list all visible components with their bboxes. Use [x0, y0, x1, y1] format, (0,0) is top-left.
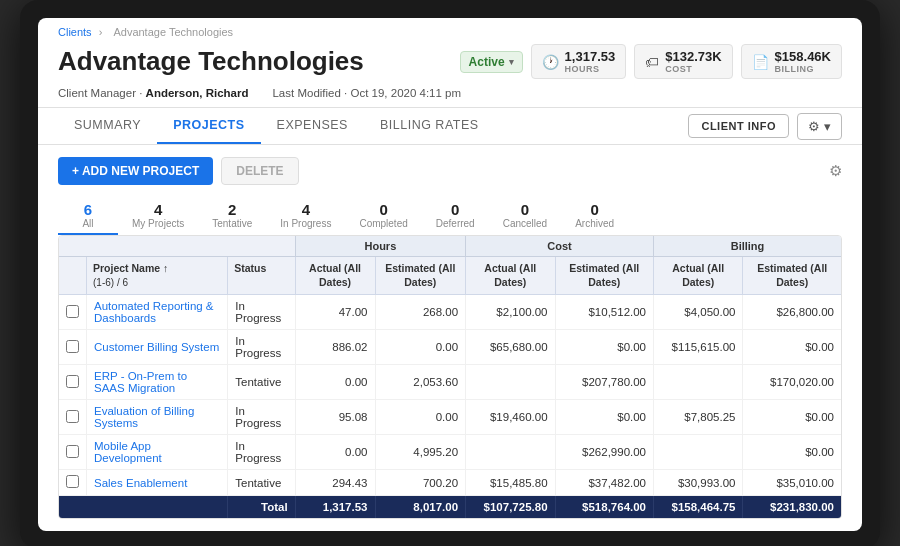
cost-est-cell: $0.00: [555, 400, 653, 435]
project-name-cell[interactable]: Mobile App Development: [87, 435, 228, 470]
delete-button[interactable]: DELETE: [221, 157, 298, 185]
page-title: Advantage Technologies: [58, 46, 444, 77]
cost-est-cell: $37,482.00: [555, 470, 653, 496]
filter-tab-completed[interactable]: 0 Completed: [345, 197, 421, 235]
stat-cost: 🏷 $132.73K COST: [634, 44, 732, 79]
table-row: Automated Reporting & Dashboards In Prog…: [59, 295, 841, 330]
chevron-down-icon: ▾: [509, 57, 514, 67]
hours-label: HOURS: [565, 64, 616, 74]
billing-est-cell: $170,020.00: [743, 365, 841, 400]
project-link[interactable]: Automated Reporting & Dashboards: [94, 300, 214, 324]
hours-actual-cell: 0.00: [295, 435, 375, 470]
th-status[interactable]: Status: [228, 257, 295, 295]
client-info-button[interactable]: CLIENT INFO: [688, 114, 789, 138]
total-hours-est: 8,017.00: [375, 496, 466, 519]
billing-est-cell: $35,010.00: [743, 470, 841, 496]
project-name-cell[interactable]: Sales Enablement: [87, 470, 228, 496]
client-manager: Client Manager · Anderson, Richard: [58, 87, 248, 99]
hours-actual-cell: 0.00: [295, 365, 375, 400]
project-link[interactable]: Evaluation of Billing Systems: [94, 405, 194, 429]
tabs-left: SUMMARY PROJECTS EXPENSES BILLING RATES: [58, 108, 688, 144]
cost-est-cell: $262,990.00: [555, 435, 653, 470]
toolbar-row: + ADD NEW PROJECT DELETE ⚙: [58, 157, 842, 185]
billing-actual-cell: [654, 365, 743, 400]
project-link[interactable]: Mobile App Development: [94, 440, 162, 464]
total-hours-actual: 1,317.53: [295, 496, 375, 519]
hours-est-cell: 0.00: [375, 330, 466, 365]
status-badge[interactable]: Active ▾: [460, 51, 523, 73]
filter-tab-in-progress[interactable]: 4 In Progress: [266, 197, 345, 235]
filter-tab-cancelled[interactable]: 0 Cancelled: [489, 197, 561, 235]
tab-billing-rates[interactable]: BILLING RATES: [364, 108, 495, 144]
th-cost-est[interactable]: Estimated (All Dates): [555, 257, 653, 295]
project-link[interactable]: Customer Billing System: [94, 341, 219, 353]
filter-tab-archived[interactable]: 0 Archived: [561, 197, 628, 235]
filter-tab-all[interactable]: 6 All: [58, 197, 118, 235]
table-row: Sales Enablement Tentative 294.43 700.20…: [59, 470, 841, 496]
row-checkbox[interactable]: [59, 295, 87, 330]
billing-est-cell: $0.00: [743, 435, 841, 470]
table-row: Evaluation of Billing Systems In Progres…: [59, 400, 841, 435]
cost-actual-cell: $19,460.00: [466, 400, 555, 435]
project-name-cell[interactable]: Customer Billing System: [87, 330, 228, 365]
table-row: ERP - On-Prem to SAAS Migration Tentativ…: [59, 365, 841, 400]
file-icon: 📄: [752, 54, 769, 70]
billing-actual-cell: $4,050.00: [654, 295, 743, 330]
project-link[interactable]: ERP - On-Prem to SAAS Migration: [94, 370, 187, 394]
cost-label: COST: [665, 64, 721, 74]
stat-billing: 📄 $158.46K BILLING: [741, 44, 842, 79]
th-billing-est[interactable]: Estimated (All Dates): [743, 257, 841, 295]
tabs-right: CLIENT INFO ⚙ ▾: [688, 113, 842, 140]
hours-actual-cell: 47.00: [295, 295, 375, 330]
cost-value: $132.73K: [665, 49, 721, 64]
tabs-row: SUMMARY PROJECTS EXPENSES BILLING RATES …: [38, 108, 862, 145]
breadcrumb-current: Advantage Technologies: [113, 26, 233, 38]
project-name-cell[interactable]: ERP - On-Prem to SAAS Migration: [87, 365, 228, 400]
filter-tab-my-projects[interactable]: 4 My Projects: [118, 197, 198, 235]
row-checkbox[interactable]: [59, 330, 87, 365]
row-checkbox[interactable]: [59, 435, 87, 470]
row-checkbox[interactable]: [59, 400, 87, 435]
th-billing-actual[interactable]: Actual (All Dates): [654, 257, 743, 295]
hours-est-cell: 4,995.20: [375, 435, 466, 470]
th-hours-est[interactable]: Estimated (All Dates): [375, 257, 466, 295]
add-new-project-button[interactable]: + ADD NEW PROJECT: [58, 157, 213, 185]
cost-est-cell: $10,512.00: [555, 295, 653, 330]
filter-tab-deferred[interactable]: 0 Deferred: [422, 197, 489, 235]
billing-value: $158.46K: [775, 49, 831, 64]
table-settings-icon[interactable]: ⚙: [829, 162, 842, 180]
settings-button[interactable]: ⚙ ▾: [797, 113, 842, 140]
tab-expenses[interactable]: EXPENSES: [261, 108, 364, 144]
tab-summary[interactable]: SUMMARY: [58, 108, 157, 144]
tab-projects[interactable]: PROJECTS: [157, 108, 260, 144]
table-row: Mobile App Development In Progress 0.00 …: [59, 435, 841, 470]
project-name-cell[interactable]: Automated Reporting & Dashboards: [87, 295, 228, 330]
cost-est-cell: $207,780.00: [555, 365, 653, 400]
row-checkbox[interactable]: [59, 470, 87, 496]
col-group-cost: Cost: [466, 236, 654, 257]
status-cell: Tentative: [228, 470, 295, 496]
th-project-name[interactable]: Project Name ↑ (1-6) / 6: [87, 257, 228, 295]
cost-actual-cell: $2,100.00: [466, 295, 555, 330]
th-hours-actual[interactable]: Actual (All Dates): [295, 257, 375, 295]
status-cell: In Progress: [228, 295, 295, 330]
filter-tab-tentative[interactable]: 2 Tentative: [198, 197, 266, 235]
hours-actual-cell: 294.43: [295, 470, 375, 496]
content-area: + ADD NEW PROJECT DELETE ⚙ 6 All 4 My Pr…: [38, 145, 862, 531]
breadcrumb-parent[interactable]: Clients: [58, 26, 92, 38]
cost-actual-cell: [466, 365, 555, 400]
total-cost-actual: $107,725.80: [466, 496, 555, 519]
filter-tabs: 6 All 4 My Projects 2 Tentative 4 In Pro…: [58, 197, 842, 235]
project-link[interactable]: Sales Enablement: [94, 477, 187, 489]
clock-icon: 🕐: [542, 54, 559, 70]
project-name-cell[interactable]: Evaluation of Billing Systems: [87, 400, 228, 435]
status-label: Active: [469, 55, 505, 69]
hours-value: 1,317.53: [565, 49, 616, 64]
hours-est-cell: 2,053.60: [375, 365, 466, 400]
hours-actual-cell: 886.02: [295, 330, 375, 365]
status-cell: In Progress: [228, 435, 295, 470]
th-cost-actual[interactable]: Actual (All Dates): [466, 257, 555, 295]
settings-chevron-icon: ▾: [824, 119, 831, 134]
row-checkbox[interactable]: [59, 365, 87, 400]
cost-actual-cell: $65,680.00: [466, 330, 555, 365]
